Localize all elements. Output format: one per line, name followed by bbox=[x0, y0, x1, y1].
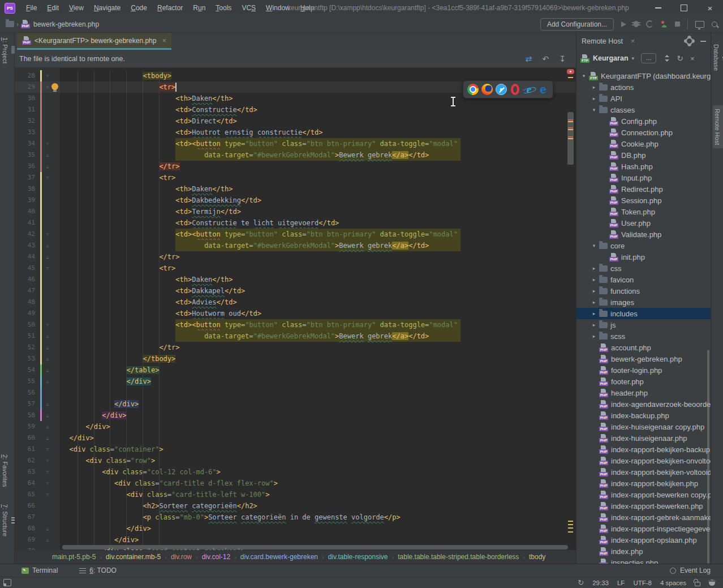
fold-marker[interactable]: ▿ bbox=[44, 455, 51, 466]
code-line-38[interactable]: 38 <th>Daken</th> bbox=[15, 183, 576, 195]
warning-mark[interactable] bbox=[568, 531, 573, 533]
menu-tools[interactable]: Tools bbox=[210, 4, 236, 12]
tree-item-bewerk-gebreken-php[interactable]: bewerk-gebreken.php bbox=[576, 353, 711, 364]
gear-icon[interactable] bbox=[686, 37, 693, 45]
warning-mark[interactable] bbox=[568, 524, 573, 525]
tree-item-index-rapport-gebrek-aanmaken-p[interactable]: index-rapport-gebrek-aanmaken.p bbox=[576, 512, 711, 523]
breadcrumb-item[interactable]: div.table-responsive bbox=[328, 553, 388, 561]
expand-arrow-icon[interactable]: ▸ bbox=[589, 311, 599, 316]
tree-item-user-php[interactable]: User.php bbox=[576, 217, 711, 229]
menu-run[interactable]: Run bbox=[188, 4, 210, 12]
tree-item-actions[interactable]: ▸actions bbox=[576, 81, 711, 93]
file-encoding[interactable]: UTF-8 bbox=[633, 580, 652, 586]
code-line-63[interactable]: 63▿ <div class="col-12 col-md-6"> bbox=[15, 466, 576, 478]
chevron-down-icon[interactable]: ▾ bbox=[632, 55, 635, 61]
fold-marker[interactable]: ▿ bbox=[44, 138, 51, 149]
code-line-51[interactable]: 51▵ data-target="#bewerkGebrekModal">Bew… bbox=[15, 331, 576, 342]
code-line-66[interactable]: 66 <h2>Sorteer categorieën</h2> bbox=[15, 500, 576, 512]
code-line-45[interactable]: 45▿ <tr> bbox=[15, 263, 576, 274]
tree-item-js[interactable]: ▸js bbox=[576, 319, 711, 331]
tree-item-favicon[interactable]: ▸favicon bbox=[576, 274, 711, 285]
profiler-icon[interactable] bbox=[661, 21, 668, 28]
fold-marker[interactable]: ▿ bbox=[44, 81, 51, 93]
fold-marker[interactable]: ▿ bbox=[44, 70, 51, 81]
tree-item-css[interactable]: ▸css bbox=[576, 263, 711, 274]
code-line-28[interactable]: 28▿ <tbody> bbox=[15, 70, 576, 81]
horizontal-scrollbar[interactable] bbox=[62, 545, 568, 550]
fold-marker[interactable]: ▵ bbox=[44, 353, 51, 364]
code-line-31[interactable]: 31 <td>Constructie</td> bbox=[15, 104, 576, 115]
error-mark[interactable] bbox=[568, 119, 573, 121]
tree-item-index-rapport-inspectiegegevens-p[interactable]: index-rapport-inspectiegegevens.p bbox=[576, 523, 711, 534]
tree-item-index-rapport-bekijken-php[interactable]: index-rapport-bekijken.php bbox=[576, 478, 711, 489]
breadcrumb-item[interactable]: div.container.mb-5 bbox=[106, 553, 161, 561]
code-line-47[interactable]: 47 <td>Dakkapel</td> bbox=[15, 285, 576, 297]
code-line-62[interactable]: 62▿ <div class="row"> bbox=[15, 455, 576, 466]
error-stripe[interactable] bbox=[567, 68, 575, 550]
tree-item-index-rapport-bekijken-onvoltooid[interactable]: index-rapport-bekijken-onvoltooid bbox=[576, 455, 711, 466]
todo-button[interactable]: 6: TODO bbox=[79, 566, 117, 574]
tree-item-scss[interactable]: ▸scss bbox=[576, 331, 711, 342]
debug-icon[interactable] bbox=[634, 21, 639, 27]
background-tasks-icon[interactable]: ↻ bbox=[578, 578, 584, 587]
tree-item-index-rapport-opslaan-php[interactable]: index-rapport-opslaan.php bbox=[576, 534, 711, 546]
code-line-52[interactable]: 52▵ </tr> bbox=[15, 342, 576, 353]
tool-tab-remote-host[interactable]: Remote Host bbox=[713, 105, 723, 148]
fold-marker[interactable]: ▵ bbox=[44, 432, 51, 444]
expand-arrow-icon[interactable]: ▸ bbox=[589, 322, 599, 328]
tree-scrollbar[interactable] bbox=[707, 350, 709, 564]
code-line-50[interactable]: 50▿ <td><button type="button" class="btn… bbox=[15, 319, 576, 331]
cancel-icon[interactable]: × bbox=[690, 54, 695, 63]
code-line-55[interactable]: 55▵ </div> bbox=[15, 376, 576, 387]
code-line-54[interactable]: 54▵ </table> bbox=[15, 364, 576, 376]
code-line-37[interactable]: 37▿ <tr> bbox=[15, 172, 576, 183]
menu-refactor[interactable]: Refactor bbox=[152, 4, 188, 12]
tool-tab-2-favorites[interactable]: 2: Favorites bbox=[2, 454, 11, 487]
tree-item-includes[interactable]: ▸includes bbox=[576, 308, 711, 319]
code-line-40[interactable]: 40 <td>Termijn</td> bbox=[15, 206, 576, 217]
tree-item-connection-php[interactable]: Connection.php bbox=[576, 127, 711, 138]
code-line-49[interactable]: 49 <td>Houtworm oud</td> bbox=[15, 308, 576, 319]
tree-item-session-php[interactable]: Session.php bbox=[576, 195, 711, 206]
tree-item-redirect-php[interactable]: Redirect.php bbox=[576, 183, 711, 195]
breadcrumb-item[interactable]: div.col-12 bbox=[202, 553, 230, 561]
expand-arrow-icon[interactable]: ▸ bbox=[589, 288, 599, 294]
code-line-64[interactable]: 64▿ <div class="card-title d-flex flex-r… bbox=[15, 478, 576, 489]
tree-item-classes[interactable]: ▾classes bbox=[576, 104, 711, 115]
expand-arrow-icon[interactable]: ▸ bbox=[589, 265, 599, 271]
fold-marker[interactable]: ▵ bbox=[44, 251, 51, 263]
warning-mark[interactable] bbox=[568, 77, 573, 78]
stop-icon[interactable] bbox=[675, 22, 680, 27]
tab-bewerk-gebreken[interactable]: <KeurgarantFTP> bewerk-gebreken.php × bbox=[17, 33, 171, 50]
line-separator[interactable]: LF bbox=[617, 580, 625, 586]
code-line-33[interactable]: 33 <td>Houtrot ernstig constructie</td> bbox=[15, 127, 576, 138]
fold-marker[interactable]: ▿ bbox=[44, 319, 51, 331]
safari-browser-icon[interactable] bbox=[496, 84, 507, 95]
tree-item-core[interactable]: ▾core bbox=[576, 240, 711, 251]
diff-remote-icon[interactable]: ⇄ bbox=[526, 54, 532, 63]
ie-browser-icon[interactable]: e bbox=[523, 84, 535, 95]
tree-item-config-php[interactable]: Config.php bbox=[576, 115, 711, 127]
screencast-icon[interactable] bbox=[695, 21, 704, 28]
code-line-53[interactable]: 53▵ </tbody> bbox=[15, 353, 576, 364]
code-line-57[interactable]: 57▵ </div> bbox=[15, 398, 576, 410]
expand-arrow-icon[interactable]: ▸ bbox=[589, 299, 599, 305]
fold-marker[interactable]: ▿ bbox=[44, 466, 51, 478]
tree-item-index-rapport-bewerken-php[interactable]: index-rapport-bewerken.php bbox=[576, 500, 711, 512]
code-line-60[interactable]: 60▵ </div> bbox=[15, 432, 576, 444]
fold-marker[interactable]: ▵ bbox=[44, 364, 51, 376]
expand-arrow-icon[interactable]: ▾ bbox=[589, 107, 599, 113]
caret-position[interactable]: 29:33 bbox=[592, 580, 609, 586]
fold-marker[interactable]: ▵ bbox=[44, 161, 51, 172]
breadcrumb-item[interactable]: tbody bbox=[529, 553, 545, 561]
code-line-56[interactable]: 56 bbox=[15, 387, 576, 398]
event-log-button[interactable]: Event Log bbox=[670, 566, 711, 574]
tree-item-index-php[interactable]: index.php bbox=[576, 546, 711, 557]
fold-marker[interactable]: ▵ bbox=[44, 149, 51, 161]
fold-marker[interactable]: ▿ bbox=[44, 489, 51, 500]
tree-item-cookie-php[interactable]: Cookie.php bbox=[576, 138, 711, 149]
expand-arrow-icon[interactable]: ▾ bbox=[589, 243, 599, 248]
error-mark[interactable] bbox=[568, 136, 573, 138]
fold-marker[interactable]: ▵ bbox=[44, 534, 51, 546]
tree-item-header-php[interactable]: header.php bbox=[576, 387, 711, 398]
